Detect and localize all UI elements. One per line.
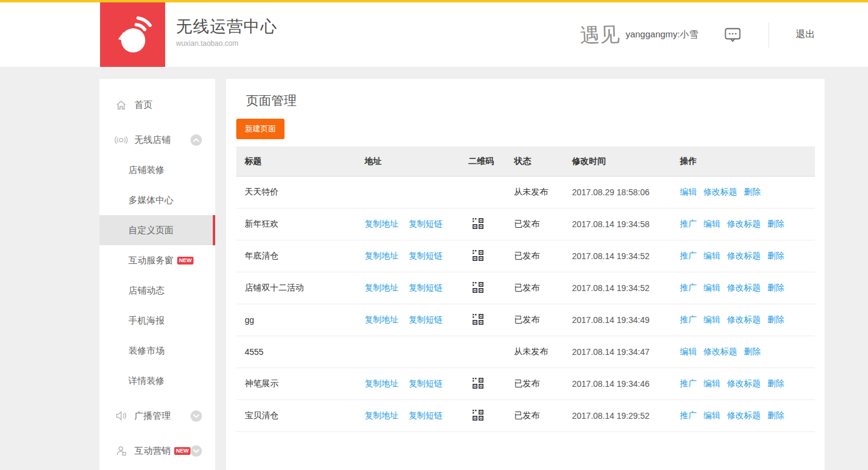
action-link[interactable]: 编辑 [703,251,720,262]
action-link[interactable]: 修改标题 [727,251,761,262]
new-page-button[interactable]: 新建页面 [236,119,285,139]
action-link[interactable]: 删除 [767,251,784,262]
sidebar-item-mobile-poster[interactable]: 手机海报 [99,306,215,336]
action-link[interactable]: 编辑 [703,315,720,325]
qrcode-icon[interactable] [472,377,484,389]
qrcode-icon[interactable] [472,281,484,293]
qrcode-icon[interactable] [472,409,484,421]
row-title: 年底清仓 [236,251,365,262]
sidebar-item-label: 互动服务窗 [128,255,174,266]
row-status: 已发布 [514,251,572,262]
qrcode-icon[interactable] [472,313,484,325]
sidebar-item-media-center[interactable]: 多媒体中心 [99,185,215,215]
row-actions: 推广编辑修改标题删除 [680,251,815,262]
copy-shortlink-link[interactable]: 复制短链 [409,283,442,293]
pages-table: 标题地址二维码状态修改时间操作 天天特价 从未发布 2017.08.29 18:… [236,146,815,432]
username-label: yanggangmy:小雪 [626,29,698,40]
action-link[interactable]: 推广 [680,219,697,230]
qrcode-icon[interactable] [472,249,484,262]
action-link[interactable]: 编辑 [680,346,697,357]
action-link[interactable]: 删除 [767,283,784,293]
column-header-0: 标题 [236,156,365,167]
table-row: 神笔展示 复制地址 复制短链 已发布 2017.08.14 19:34:46 推… [236,368,815,400]
table-row: gg 复制地址 复制短链 已发布 2017.08.14 19:34:49 推广编… [236,304,815,336]
copy-shortlink-link[interactable]: 复制短链 [409,378,442,389]
chevron-down-icon[interactable] [190,445,202,457]
copy-address-link[interactable]: 复制地址 [365,283,398,293]
action-link[interactable]: 修改标题 [703,187,737,198]
action-link[interactable]: 推广 [680,410,697,421]
row-modified-time: 2017.08.14 19:34:52 [572,283,680,293]
row-modified-time: 2017.08.14 19:34:49 [572,315,680,325]
copy-address-link[interactable]: 复制地址 [365,378,398,389]
sidebar-item-wireless-shop[interactable]: 无线店铺 [99,125,215,155]
copy-address-link[interactable]: 复制地址 [365,315,398,325]
row-address: 复制地址 复制短链 [365,378,468,389]
action-link[interactable]: 编辑 [680,187,697,198]
messages-icon[interactable] [725,28,741,42]
sidebar-item-interactive-service-window[interactable]: 互动服务窗 NEW [99,245,215,275]
chevron-up-icon[interactable] [190,134,202,146]
action-link[interactable]: 推广 [680,315,697,325]
qrcode-icon[interactable] [472,218,484,230]
row-address: 复制地址 复制短链 [365,315,468,325]
action-link[interactable]: 删除 [767,315,784,325]
avatar-signature: 遇见 [579,24,620,45]
sidebar-item-shop-decorate[interactable]: 店铺装修 [99,155,215,185]
action-link[interactable]: 推广 [680,251,697,262]
action-link[interactable]: 推广 [680,283,697,293]
copy-address-link[interactable]: 复制地址 [365,219,398,230]
action-link[interactable]: 删除 [767,410,784,421]
sidebar-item-home[interactable]: 首页 [99,90,215,120]
action-link[interactable]: 编辑 [703,378,720,389]
copy-shortlink-link[interactable]: 复制短链 [409,219,442,230]
sidebar-item-detail-decorate[interactable]: 详情装修 [99,366,215,396]
action-link[interactable]: 删除 [767,219,784,230]
action-link[interactable]: 推广 [680,378,697,389]
row-actions: 推广编辑修改标题删除 [680,219,815,230]
copy-address-link[interactable]: 复制地址 [365,410,398,421]
sidebar-item-broadcast-manage[interactable]: 广播管理 [99,401,215,431]
action-link[interactable]: 编辑 [703,410,720,421]
action-link[interactable]: 删除 [767,378,784,389]
row-qrcode-cell [468,313,514,327]
copy-address-link[interactable]: 复制地址 [365,251,398,262]
logout-button[interactable]: 退出 [796,28,815,41]
action-link[interactable]: 修改标题 [703,346,737,357]
action-link[interactable]: 编辑 [703,219,720,230]
row-actions: 编辑修改标题删除 [680,346,815,357]
row-address: 复制地址 复制短链 [365,219,468,230]
copy-shortlink-link[interactable]: 复制短链 [409,410,442,421]
speech-bubble-wifi-icon [113,14,152,56]
action-link[interactable]: 修改标题 [727,315,761,325]
action-link[interactable]: 修改标题 [727,219,761,230]
main-panel: 页面管理 新建页面 标题地址二维码状态修改时间操作 天天特价 从未发布 2017… [226,79,825,470]
action-link[interactable]: 删除 [744,187,761,198]
header-right: 遇见 yanggangmy:小雪 退出 [580,2,821,67]
sidebar-item-decorate-market[interactable]: 装修市场 [99,336,215,366]
sidebar-item-interactive-marketing[interactable]: 互动营销 NEW [99,436,215,466]
row-actions: 推广编辑修改标题删除 [680,315,815,325]
action-link[interactable]: 修改标题 [727,410,761,421]
sidebar-item-shop-feed[interactable]: 店铺动态 [99,275,215,306]
action-link[interactable]: 修改标题 [727,283,761,293]
copy-shortlink-link[interactable]: 复制短链 [409,251,442,262]
header: 无线运营中心 wuxian.taobao.com 遇见 yanggangmy:小… [0,2,868,67]
app-logo [100,2,165,67]
row-qrcode-cell [468,377,514,391]
table-row: 新年狂欢 复制地址 复制短链 已发布 2017.08.14 19:34:58 推… [236,208,815,240]
sidebar-item-label: 手机海报 [128,315,165,327]
row-qrcode-cell [468,249,514,263]
action-link[interactable]: 编辑 [703,283,720,293]
table-body: 天天特价 从未发布 2017.08.29 18:58:06 编辑修改标题删除 新… [236,177,815,432]
action-link[interactable]: 删除 [744,346,761,357]
chevron-down-icon[interactable] [190,410,202,422]
app-subtitle: wuxian.taobao.com [176,39,277,48]
copy-shortlink-link[interactable]: 复制短链 [409,315,442,325]
sidebar-item-label: 互动营销 [134,445,171,457]
sidebar-item-custom-pages[interactable]: 自定义页面 [99,215,215,245]
header-divider [769,22,769,48]
row-title: 店铺双十二活动 [236,283,365,293]
row-status: 已发布 [514,410,572,421]
action-link[interactable]: 修改标题 [727,378,761,389]
